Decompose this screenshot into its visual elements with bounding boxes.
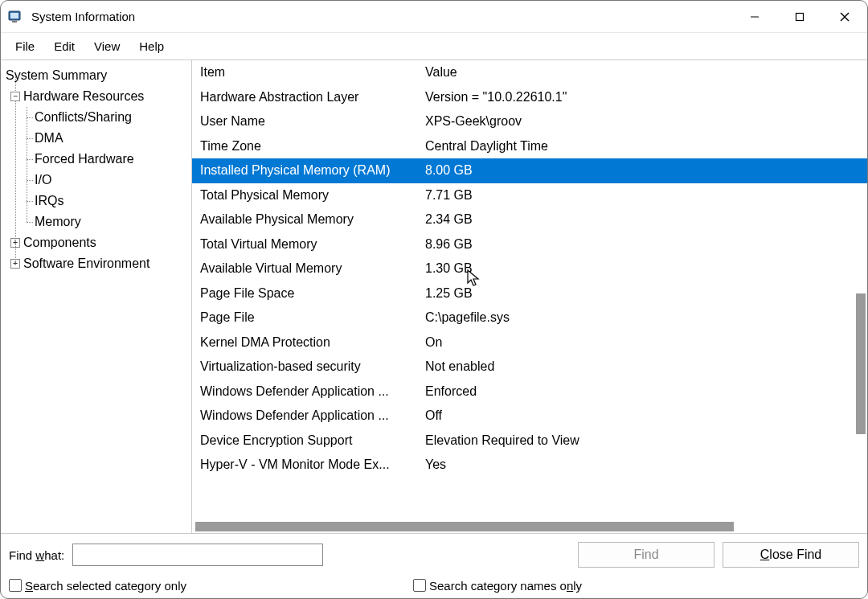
- column-value[interactable]: Value: [425, 65, 867, 80]
- list-row[interactable]: Virtualization-based securityNot enabled: [192, 355, 867, 380]
- tree-hardware-resources[interactable]: − Hardware Resources: [4, 86, 188, 107]
- svg-rect-2: [12, 21, 17, 23]
- list-row[interactable]: Total Physical Memory7.71 GB: [192, 183, 867, 208]
- close-find-button[interactable]: Close Find: [723, 542, 859, 568]
- find-button[interactable]: Find: [578, 542, 714, 568]
- cell-item: Available Virtual Memory: [192, 261, 425, 276]
- search-selected-category-only[interactable]: Search selected category only: [9, 579, 186, 593]
- search-category-names-only[interactable]: Search category names only: [413, 579, 582, 593]
- list-row[interactable]: Time ZoneCentral Daylight Time: [192, 134, 867, 159]
- horizontal-scrollbar-thumb[interactable]: [195, 522, 734, 531]
- maximize-button[interactable]: [777, 1, 822, 32]
- minimize-button[interactable]: [732, 1, 777, 32]
- cell-item: Time Zone: [192, 139, 425, 154]
- svg-line-6: [841, 13, 849, 21]
- list-row[interactable]: Windows Defender Application ...Off: [192, 404, 867, 429]
- cell-value: Yes: [425, 457, 867, 472]
- cell-value: XPS-Geek\groov: [425, 114, 867, 129]
- tree-label: Software Environment: [23, 253, 149, 274]
- collapse-icon[interactable]: −: [10, 92, 20, 101]
- menu-help[interactable]: Help: [131, 36, 172, 56]
- find-what-label: Find what:: [9, 548, 64, 562]
- column-item[interactable]: Item: [192, 65, 425, 80]
- list-row[interactable]: Available Virtual Memory1.30 GB: [192, 256, 867, 281]
- cell-item: Kernel DMA Protection: [192, 335, 425, 350]
- tree-level1-group: − Hardware Resources Conflicts/Sharing D…: [4, 86, 188, 274]
- expand-icon[interactable]: +: [10, 259, 20, 269]
- cell-value: 7.71 GB: [425, 188, 867, 203]
- tree-label: DMA: [35, 128, 63, 149]
- list-row[interactable]: Installed Physical Memory (RAM)8.00 GB: [192, 158, 867, 183]
- cell-item: Windows Defender Application ...: [192, 408, 425, 423]
- menubar: File Edit View Help: [1, 33, 867, 60]
- window-title: System Information: [31, 10, 135, 23]
- list-row[interactable]: Total Virtual Memory8.96 GB: [192, 232, 867, 257]
- tree-memory[interactable]: Memory: [4, 211, 188, 232]
- list-row-partial[interactable]: [192, 478, 867, 494]
- tree-label: Conflicts/Sharing: [35, 107, 132, 128]
- list-row[interactable]: Kernel DMA ProtectionOn: [192, 330, 867, 355]
- close-button[interactable]: [822, 1, 867, 32]
- cell-item: [192, 478, 425, 493]
- tree-label: Components: [23, 232, 96, 253]
- tree-dma[interactable]: DMA: [4, 128, 188, 149]
- column-headers[interactable]: Item Value: [192, 60, 867, 85]
- menu-edit[interactable]: Edit: [46, 36, 83, 56]
- cell-item: Windows Defender Application ...: [192, 384, 425, 399]
- cell-item: Page File Space: [192, 286, 425, 301]
- tree-software-environment[interactable]: + Software Environment: [4, 253, 188, 274]
- cell-item: Virtualization-based security: [192, 359, 425, 374]
- tree-forced-hardware[interactable]: Forced Hardware: [4, 149, 188, 170]
- system-information-window: System Information File Edit View Help S…: [0, 0, 868, 599]
- tree-conflicts-sharing[interactable]: Conflicts/Sharing: [4, 107, 188, 128]
- find-what-input[interactable]: [72, 544, 322, 566]
- cell-value: Not enabled: [425, 359, 867, 374]
- list-row[interactable]: Windows Defender Application ...Enforced: [192, 380, 867, 404]
- window-controls: [732, 1, 867, 32]
- titlebar: System Information: [1, 1, 867, 33]
- cell-item: Total Virtual Memory: [192, 237, 425, 252]
- tree-irqs[interactable]: IRQs: [4, 191, 188, 211]
- svg-rect-4: [796, 13, 804, 20]
- cell-value: Version = "10.0.22610.1": [425, 90, 867, 105]
- cell-value: Central Daylight Time: [425, 139, 867, 154]
- horizontal-scrollbar[interactable]: [192, 520, 867, 533]
- cell-item: Hyper-V - VM Monitor Mode Ex...: [192, 457, 425, 472]
- list-row[interactable]: User NameXPS-Geek\groov: [192, 109, 867, 134]
- cell-item: Total Physical Memory: [192, 188, 425, 203]
- list-row[interactable]: Page File Space1.25 GB: [192, 281, 867, 306]
- tree-system-summary[interactable]: System Summary: [4, 65, 188, 86]
- tree-io[interactable]: I/O: [4, 170, 188, 191]
- app-icon: [7, 9, 23, 25]
- expand-icon[interactable]: +: [10, 238, 20, 248]
- close-icon: [839, 11, 850, 23]
- menu-file[interactable]: File: [7, 36, 43, 56]
- list-row[interactable]: Hyper-V - VM Monitor Mode Ex...Yes: [192, 453, 867, 478]
- cell-item: Page File: [192, 310, 425, 325]
- details-list[interactable]: Item Value Hardware Abstraction LayerVer…: [192, 60, 867, 520]
- tree-components[interactable]: + Components: [4, 232, 188, 253]
- menu-view[interactable]: View: [86, 36, 128, 56]
- list-row[interactable]: Hardware Abstraction LayerVersion = "10.…: [192, 85, 867, 110]
- cell-item: Available Physical Memory: [192, 212, 425, 227]
- list-row[interactable]: Page FileC:\pagefile.sys: [192, 306, 867, 330]
- list-row[interactable]: Device Encryption SupportElevation Requi…: [192, 429, 867, 453]
- checkbox-icon[interactable]: [9, 579, 22, 592]
- cell-value: Off: [425, 408, 867, 423]
- cell-item: Installed Physical Memory (RAM): [192, 163, 425, 178]
- cell-value: 1.25 GB: [425, 286, 867, 301]
- cell-value: On: [425, 335, 867, 350]
- cell-value: 1.30 GB: [425, 261, 867, 276]
- svg-line-5: [841, 13, 849, 21]
- vertical-scrollbar-thumb[interactable]: [856, 293, 866, 434]
- tree-label: System Summary: [6, 65, 107, 86]
- tree-hardware-resources-group: − Hardware Resources Conflicts/Sharing D…: [4, 86, 188, 232]
- cell-item: Device Encryption Support: [192, 433, 425, 448]
- tree-label: I/O: [35, 170, 51, 191]
- list-row[interactable]: Available Physical Memory2.34 GB: [192, 207, 867, 232]
- cell-value: 8.96 GB: [425, 237, 867, 252]
- checkbox-icon[interactable]: [413, 579, 426, 592]
- find-options-row: Search selected category only Search cat…: [1, 576, 867, 598]
- svg-rect-1: [10, 13, 18, 18]
- tree-label: Forced Hardware: [35, 149, 134, 170]
